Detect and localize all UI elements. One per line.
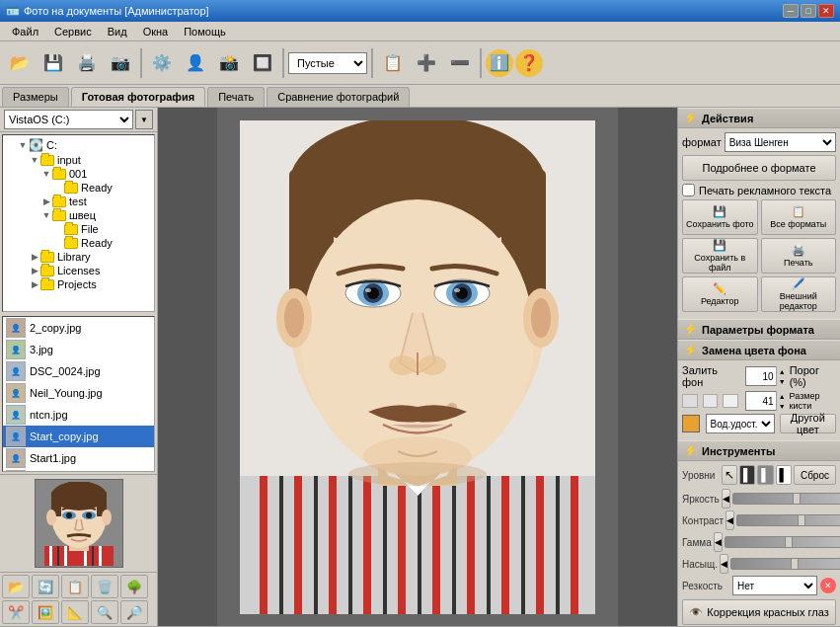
color-swatch-2[interactable] <box>703 394 719 408</box>
btm-btn-4[interactable]: 🗑️ <box>91 575 118 598</box>
contrast-left-btn[interactable]: ◀ <box>725 510 734 530</box>
sat-left-btn[interactable]: ◀ <box>720 554 728 574</box>
fill-spinbox[interactable]: ▲ ▼ <box>745 366 785 386</box>
gamma-left-btn[interactable]: ◀ <box>714 532 723 552</box>
toolbar-info-button[interactable]: ℹ️ <box>486 49 513 77</box>
contrast-slider[interactable] <box>736 514 840 526</box>
toolbar-scan-button[interactable]: 📷 <box>105 47 136 79</box>
toolbar-grid-button[interactable]: 📋 <box>377 47 409 79</box>
btm-btn-6[interactable]: ✂️ <box>2 600 30 624</box>
tree-expand[interactable]: ▼ <box>17 140 29 150</box>
toolbar-filter-select[interactable]: Пустые <box>288 52 367 74</box>
all-formats-button[interactable]: 📋 Все форматы <box>761 199 837 235</box>
btm-btn-9[interactable]: 🔍 <box>91 600 118 624</box>
gamma-slider[interactable] <box>725 536 840 548</box>
menu-windows[interactable]: Окна <box>135 24 177 39</box>
tree-item-001[interactable]: ▼ 001 <box>5 167 152 181</box>
toolbar-frame-button[interactable]: 🔲 <box>247 47 278 79</box>
maximize-button[interactable]: □ <box>801 4 816 18</box>
details-button[interactable]: Подробнее о формате <box>682 155 836 181</box>
tree-item-file[interactable]: File <box>5 222 152 236</box>
spinbox-up[interactable]: ▲ <box>776 366 788 376</box>
color-swatch-orange[interactable] <box>682 415 700 432</box>
file-tree[interactable]: ▼ 💽 C: ▼ input ▼ 001 <box>2 134 155 312</box>
tree-item-ready[interactable]: Ready <box>5 181 152 195</box>
tree-expand[interactable]: ▶ <box>40 196 52 206</box>
ext-editor-button[interactable]: 🖊️ Внешний редактор <box>761 276 837 312</box>
toolbar-camera-button[interactable]: 📸 <box>213 47 245 79</box>
tab-ready-photo[interactable]: Готовая фотография <box>71 87 205 107</box>
close-button[interactable]: ✕ <box>818 4 834 18</box>
tree-expand[interactable]: ▶ <box>29 252 40 262</box>
reset-btn[interactable]: Сброс <box>794 465 836 485</box>
file-list-item[interactable]: 👤 Neil_Young.jpg <box>3 382 154 404</box>
file-list[interactable]: 👤 2_copy.jpg 👤 3.jpg 👤 DSC_0024.jpg 👤 Ne… <box>2 316 155 472</box>
toolbar-print-button[interactable]: 🖨️ <box>71 47 103 79</box>
menu-service[interactable]: Сервис <box>46 24 100 39</box>
tab-compare[interactable]: Сравнение фотографий <box>267 87 410 107</box>
editor-button[interactable]: ✏️ Редактор <box>682 276 758 312</box>
tab-sizes[interactable]: Размеры <box>2 87 69 107</box>
save-file-button[interactable]: 💾 Сохранить в файл <box>682 238 758 274</box>
levels-white-btn[interactable]: ▌ <box>776 465 792 485</box>
file-list-item[interactable]: 👤 ntcn.jpg <box>3 404 154 426</box>
color-swatch-1[interactable] <box>682 394 698 408</box>
tree-item-ready2[interactable]: Ready <box>5 236 152 250</box>
brush-spinbox[interactable]: ▲ ▼ <box>745 391 785 411</box>
levels-cursor-btn[interactable]: ↖ <box>722 465 737 485</box>
toolbar-photo-button[interactable]: 👤 <box>180 47 211 79</box>
tree-item-licenses[interactable]: ▶ Licenses <box>5 264 152 277</box>
fill-value[interactable] <box>746 371 776 382</box>
tree-expand[interactable]: ▶ <box>29 266 40 275</box>
other-color-button[interactable]: Другой цвет <box>780 414 836 433</box>
btm-btn-7[interactable]: 🖼️ <box>32 600 59 624</box>
toolbar-settings-button[interactable]: ⚙️ <box>146 47 178 79</box>
file-list-item-selected[interactable]: 👤 Start_copy.jpg <box>3 426 154 447</box>
tree-expand[interactable]: ▼ <box>40 169 52 179</box>
red-eye-button[interactable]: 👁️ Коррекция красных глаз <box>682 599 836 625</box>
spinbox-up[interactable]: ▲ <box>776 391 788 401</box>
tree-expand[interactable]: ▶ <box>29 279 40 289</box>
btm-btn-8[interactable]: 📐 <box>61 600 89 624</box>
print-button[interactable]: 🖨️ Печать <box>761 238 837 274</box>
drive-arrow-button[interactable]: ▼ <box>135 110 153 129</box>
sat-slider[interactable] <box>730 558 840 570</box>
btm-btn-2[interactable]: 🔄 <box>32 575 59 598</box>
format-select[interactable]: Виза Шенген <box>725 132 836 152</box>
toolbar-save-button[interactable]: 💾 <box>38 47 69 79</box>
btm-btn-5[interactable]: 🌳 <box>120 575 148 598</box>
save-photo-button[interactable]: 💾 Сохранить фото <box>682 199 758 235</box>
tree-item-drive[interactable]: ▼ 💽 C: <box>5 137 152 153</box>
spinbox-down[interactable]: ▼ <box>776 401 788 411</box>
toolbar-help-button[interactable]: ❓ <box>515 49 543 77</box>
brightness-left-btn[interactable]: ◀ <box>722 489 730 509</box>
file-list-item[interactable]: 👤 Start1.jpg <box>3 447 154 469</box>
tree-expand[interactable]: ▼ <box>40 210 52 220</box>
file-list-item[interactable]: 👤 DSC_0024.jpg <box>3 360 154 382</box>
brightness-slider[interactable] <box>732 493 840 505</box>
tree-expand[interactable]: ▼ <box>29 155 40 165</box>
toolbar-remove-button[interactable]: ➖ <box>444 47 476 79</box>
tree-item-library[interactable]: ▶ Library <box>5 250 152 264</box>
menu-file[interactable]: Файл <box>4 24 46 39</box>
levels-mid-btn[interactable]: ▌ <box>757 465 773 485</box>
sharp-select[interactable]: Нет <box>732 576 817 595</box>
btm-btn-1[interactable]: 📂 <box>2 575 30 598</box>
btm-btn-3[interactable]: 📋 <box>61 575 89 598</box>
print-ad-checkbox[interactable] <box>682 184 695 196</box>
menu-view[interactable]: Вид <box>100 24 135 39</box>
color-name-select[interactable]: Вод.удост.Iм <box>706 414 775 433</box>
file-list-item[interactable]: 👤 Start1_copy.jpg <box>3 469 154 472</box>
file-list-item[interactable]: 👤 2_copy.jpg <box>3 317 154 339</box>
tree-item-input[interactable]: ▼ input <box>5 153 152 167</box>
menu-help[interactable]: Помощь <box>176 24 234 39</box>
sharp-reset[interactable]: ✕ <box>820 578 836 593</box>
brush-value[interactable] <box>746 396 776 407</box>
tree-item-shvets[interactable]: ▼ швец <box>5 208 152 222</box>
tree-item-projects[interactable]: ▶ Projects <box>5 277 152 291</box>
tab-print[interactable]: Печать <box>207 87 265 107</box>
levels-black-btn[interactable]: ▌ <box>739 465 755 485</box>
color-swatch-3[interactable] <box>723 394 738 408</box>
tree-item-test[interactable]: ▶ test <box>5 195 152 208</box>
file-list-item[interactable]: 👤 3.jpg <box>3 339 154 360</box>
